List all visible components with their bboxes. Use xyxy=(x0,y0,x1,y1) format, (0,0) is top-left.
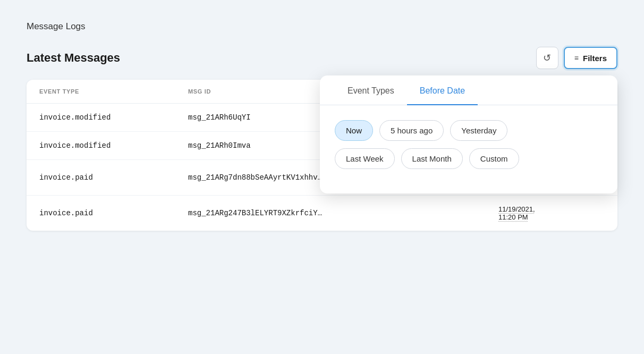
header-actions: ↺ ≡ Filters Event Types Before Date Now … xyxy=(536,47,617,69)
chip-now[interactable]: Now xyxy=(335,120,373,141)
chip-yesterday[interactable]: Yesterday xyxy=(450,120,507,141)
filters-button[interactable]: ≡ Filters xyxy=(564,47,617,69)
table-row: invoice.paid msg_21ARg247B3lELYRT9XZkrfc… xyxy=(27,196,617,231)
col-event-type: EVENT TYPE xyxy=(39,88,188,95)
dropdown-body: Now 5 hours ago Yesterday Last Week Last… xyxy=(320,105,617,193)
chip-custom[interactable]: Custom xyxy=(469,148,519,169)
event-type-cell: invoice.modified xyxy=(39,141,188,150)
chip-row-2: Last Week Last Month Custom xyxy=(335,148,603,169)
chip-last-month[interactable]: Last Month xyxy=(401,148,463,169)
filter-icon: ≡ xyxy=(574,54,579,62)
chip-last-week[interactable]: Last Week xyxy=(335,148,395,169)
filters-label: Filters xyxy=(583,54,607,63)
section-header: Latest Messages ↺ ≡ Filters Event Types … xyxy=(27,47,617,69)
chip-5hours[interactable]: 5 hours ago xyxy=(379,120,444,141)
filter-dropdown: Event Types Before Date Now 5 hours ago … xyxy=(320,75,617,193)
tab-event-types[interactable]: Event Types xyxy=(335,75,407,105)
event-type-cell: invoice.modified xyxy=(39,113,188,122)
dropdown-tabs: Event Types Before Date xyxy=(320,75,617,105)
event-type-cell: invoice.paid xyxy=(39,209,188,217)
tab-before-date[interactable]: Before Date xyxy=(407,75,478,105)
event-type-cell: invoice.paid xyxy=(39,173,188,182)
msg-id-cell: msg_21ARg247B3lELYRT9XZkrfciY… xyxy=(188,209,498,217)
section-title: Latest Messages xyxy=(27,51,120,65)
refresh-icon: ↺ xyxy=(543,52,551,64)
refresh-button[interactable]: ↺ xyxy=(536,47,558,69)
date-cell: 11/19/2021,11:20 PM xyxy=(498,205,605,221)
chip-row-1: Now 5 hours ago Yesterday xyxy=(335,120,603,141)
page-title: Message Logs xyxy=(27,21,617,32)
